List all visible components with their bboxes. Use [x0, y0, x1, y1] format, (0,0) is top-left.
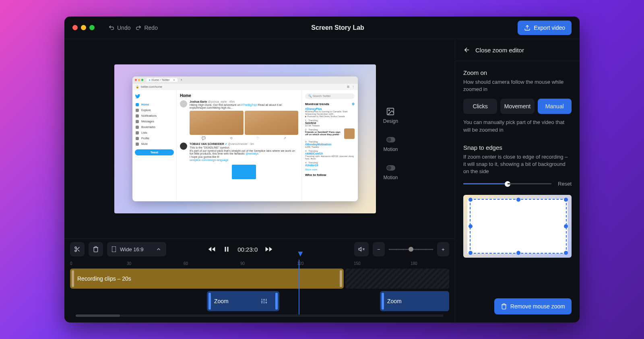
maximize-window-icon[interactable] [89, 25, 95, 30]
image-icon [386, 107, 395, 116]
toggle-icon [386, 163, 395, 172]
motion-label: Motion [383, 147, 398, 152]
mute-button[interactable] [354, 242, 369, 256]
design-tool[interactable]: Design [383, 107, 398, 124]
canvas-preview-zone: ♦ Home / Twitter × + 🔒 twitter.com/home … [64, 39, 455, 238]
snap-desc: If zoom center is close to edge of recor… [463, 153, 572, 176]
toggle-icon [386, 135, 395, 144]
zoom-mode-movement[interactable]: Movement [500, 99, 534, 114]
aspect-icon [112, 246, 116, 252]
timeline-zone: Wide 16:9 00:23:0 [64, 238, 455, 322]
export-icon [524, 25, 530, 31]
zoom-controls: − + [373, 242, 449, 256]
chevron-up-icon [156, 246, 161, 252]
app-title: Screen Story Lab [164, 24, 511, 31]
trash-icon [93, 246, 99, 252]
motion-tool-1[interactable]: Motion [383, 135, 398, 152]
zoom-slider[interactable] [389, 249, 433, 250]
recording-clip[interactable]: Recording clips – 20s [70, 269, 344, 289]
tweet-button: Tweet [135, 149, 174, 155]
crop-handle-bc[interactable] [516, 251, 520, 255]
zoom-crop-preview[interactable] [463, 195, 572, 258]
undo-icon [108, 25, 115, 31]
close-window-icon[interactable] [72, 25, 78, 30]
remove-zoom-label: Remove mouse zoom [510, 303, 565, 310]
remove-mouse-zoom-button[interactable]: Remove mouse zoom [494, 298, 572, 314]
sliders-icon[interactable] [261, 298, 267, 304]
svg-rect-9 [225, 247, 226, 252]
recording-track: Recording clips – 20s [70, 269, 449, 289]
crop-handle-bl[interactable] [469, 251, 473, 255]
zoom-clip-label: Zoom [214, 298, 229, 304]
zoom-on-desc: How should camera follow the mouse while… [463, 79, 572, 93]
zoom-mode-manual[interactable]: Manual [538, 99, 572, 114]
crop-handle-tc[interactable] [516, 198, 520, 202]
playhead[interactable] [299, 260, 299, 317]
zoom-in-button[interactable]: + [437, 242, 449, 256]
clip-handle-left[interactable] [382, 293, 384, 310]
browser-tab-title: Home / Twitter [152, 79, 170, 81]
zoom-clip-label: Zoom [387, 298, 402, 304]
zoom-clip-2[interactable]: Zoom [380, 291, 449, 311]
undo-button[interactable]: Undo [108, 25, 130, 31]
forward-button[interactable] [265, 245, 273, 253]
crop-handle-rc[interactable] [564, 224, 568, 228]
close-zoom-editor-button[interactable]: Close zoom editor [455, 39, 580, 61]
aspect-label: Wide 16:9 [120, 246, 144, 252]
timeline-tracks: Recording clips – 20s Zoom [64, 269, 455, 322]
svg-rect-8 [112, 246, 116, 252]
recording-clip-label: Recording clips – 20s [77, 275, 131, 282]
canvas-preview[interactable]: ♦ Home / Twitter × + 🔒 twitter.com/home … [114, 64, 376, 213]
zoom-track: Zoom Zoom [70, 291, 449, 311]
twitter-logo-icon [135, 93, 140, 99]
clip-handle-left[interactable] [208, 293, 211, 310]
traffic-lights [72, 25, 95, 30]
zoom-out-button[interactable]: − [373, 242, 385, 256]
zoom-on-title: Zoom on [463, 69, 572, 76]
clip-handle-right[interactable] [275, 293, 278, 310]
right-toolbar: Design Motion Motion [376, 97, 405, 180]
crop-handle-br[interactable] [564, 251, 568, 255]
redo-button[interactable]: Redo [135, 25, 157, 31]
crop-frame[interactable] [470, 199, 567, 254]
snap-reset-button[interactable]: Reset [558, 181, 572, 187]
aspect-ratio-dropdown[interactable]: Wide 16:9 [107, 242, 166, 256]
crop-handle-lc[interactable] [469, 224, 473, 228]
arrow-left-icon [463, 46, 471, 54]
zoom-mode-segmented: Clicks Movement Manual [463, 99, 572, 114]
pause-button[interactable] [223, 246, 230, 253]
export-video-button[interactable]: Export video [518, 21, 572, 35]
titlebar: Undo Redo Screen Story Lab Export video [64, 17, 580, 39]
close-editor-label: Close zoom editor [475, 47, 524, 54]
slider-thumb[interactable] [505, 181, 510, 187]
app-window: Undo Redo Screen Story Lab Export video [64, 17, 580, 322]
zoom-clip-1[interactable]: Zoom [207, 291, 279, 311]
recording-content: ♦ Home / Twitter × + 🔒 twitter.com/home … [132, 76, 358, 201]
clip-handle-left[interactable] [72, 270, 74, 287]
crop-handle-tl[interactable] [469, 198, 473, 202]
main-area: ♦ Home / Twitter × + 🔒 twitter.com/home … [64, 39, 455, 322]
clip-handle-right[interactable] [340, 270, 342, 287]
timeline-ruler[interactable]: 0 30 60 90 120 150 180 [64, 260, 455, 269]
timeline-scrollbar[interactable] [76, 314, 444, 317]
undo-label: Undo [117, 25, 130, 31]
playhead-indicator-icon[interactable] [298, 252, 303, 256]
scrollbar-thumb[interactable] [76, 314, 120, 317]
redo-label: Redo [144, 25, 157, 31]
minimize-window-icon[interactable] [81, 25, 86, 30]
browser-url-bar: 🔒 twitter.com/home ☰ ⋮ [132, 84, 358, 90]
svg-point-5 [387, 165, 391, 170]
browser-url: twitter.com/home [141, 85, 162, 88]
redo-icon [135, 25, 142, 31]
cut-button[interactable] [70, 242, 85, 256]
feed-title: Home [180, 93, 298, 98]
motion-tool-2[interactable]: Motion [383, 163, 398, 180]
motion-label: Motion [383, 175, 398, 180]
browser-tabs: ♦ Home / Twitter × + [132, 76, 358, 84]
rewind-button[interactable] [208, 245, 216, 253]
snap-slider[interactable] [463, 183, 551, 184]
zoom-mode-clicks[interactable]: Clicks [463, 99, 497, 114]
volume-off-icon [358, 246, 365, 252]
delete-button[interactable] [89, 242, 103, 256]
svg-point-6 [75, 247, 76, 248]
